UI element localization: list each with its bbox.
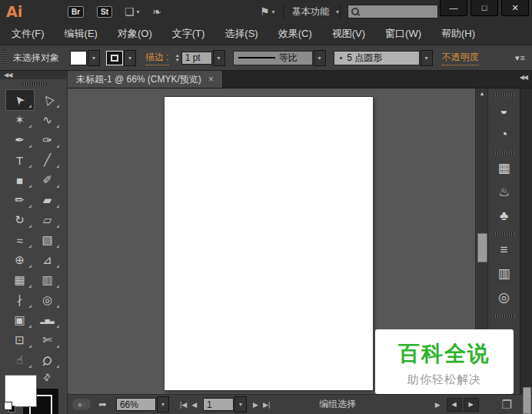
zoom-level-input[interactable]: 66% xyxy=(116,398,156,411)
symbol-sprayer-tool[interactable]: ▣ xyxy=(6,310,34,330)
stroke-panel-link[interactable]: 描边 : xyxy=(145,51,169,65)
hand-tool[interactable]: ☝ xyxy=(6,350,34,370)
fill-color-dropdown[interactable]: ▾ xyxy=(88,50,100,66)
close-button[interactable]: ✕ xyxy=(501,0,529,16)
zoom-tool[interactable]: Ϙ xyxy=(34,350,62,370)
menu-item[interactable]: 窗口(W) xyxy=(375,23,431,45)
perspective-grid-tool[interactable]: ⊿ xyxy=(34,250,62,270)
notifications-button[interactable]: ⚑ ▾ xyxy=(260,0,275,23)
slice-tool[interactable]: ✄ xyxy=(34,330,62,350)
control-panel-menu-icon[interactable]: ▾≡ xyxy=(515,53,526,63)
gradient-tool[interactable]: ▥ xyxy=(34,270,62,290)
rotate-tool[interactable]: ↻ xyxy=(6,210,34,230)
workspace-switcher[interactable]: 基本功能 ▾ xyxy=(292,0,339,23)
artboard-navigation-icon[interactable]: ❐ xyxy=(502,398,512,412)
pencil-tool[interactable]: ✏ xyxy=(6,190,34,210)
shape-builder-tool[interactable]: ⊕ xyxy=(6,250,34,270)
color-guide-panel-icon[interactable]: ◔ xyxy=(488,122,520,146)
color-panel-icon[interactable]: ◒ xyxy=(488,98,520,122)
menu-item[interactable]: 帮助(H) xyxy=(431,23,485,45)
scale-tool[interactable]: ▱ xyxy=(34,210,62,230)
stroke-profile-select[interactable]: 等比 xyxy=(233,51,313,65)
paintbrush-tool[interactable]: ✐ xyxy=(34,170,62,190)
stroke-color-swatch[interactable] xyxy=(106,51,123,65)
blend-tool[interactable]: ◎ xyxy=(34,290,62,310)
arrange-documents-button[interactable]: ❏ ▾ xyxy=(125,0,140,23)
gradient-panel-icon[interactable]: ▥ xyxy=(488,262,520,285)
artboard-number-dropdown[interactable]: ▾ xyxy=(234,396,247,412)
cs-live-button[interactable]: ❧ xyxy=(152,0,161,23)
eraser-tool[interactable]: ▰ xyxy=(34,190,62,210)
menu-item[interactable]: 对象(O) xyxy=(108,23,162,45)
opacity-panel-link[interactable]: 不透明度 xyxy=(442,51,479,65)
tools-collapse-icon[interactable]: ◀◀ xyxy=(4,72,12,78)
next-artboard-button[interactable]: ▶ xyxy=(253,401,258,409)
dock-collapse-icon[interactable]: ◀◀ xyxy=(520,74,527,81)
panel-grip[interactable] xyxy=(21,82,47,85)
stroke-color-dropdown[interactable]: ▾ xyxy=(124,50,136,66)
panel-grip[interactable] xyxy=(494,93,514,97)
scrollbar-thumb[interactable] xyxy=(477,233,487,262)
search-box[interactable] xyxy=(347,5,438,18)
stroke-width-stepper[interactable]: ▲ ▼ xyxy=(175,53,180,62)
symbols-panel-icon[interactable]: ♣ xyxy=(488,204,520,228)
brushes-panel-icon[interactable]: ♨ xyxy=(488,180,520,204)
column-graph-tool[interactable]: ▂▅▃ xyxy=(34,310,62,330)
selection-tool[interactable]: ➤ xyxy=(6,90,34,110)
artboard-number-input[interactable]: 1 xyxy=(203,398,234,411)
pen-tool[interactable]: ✒ xyxy=(6,130,34,150)
width-tool[interactable]: ≈ xyxy=(6,230,34,250)
line-segment-tool[interactable]: ╱ xyxy=(34,150,62,170)
last-artboard-button[interactable]: ▶| xyxy=(263,401,270,409)
stroke-width-dropdown[interactable]: ▾ xyxy=(213,50,225,66)
brush-dropdown[interactable]: ▾ xyxy=(421,50,433,66)
menu-item[interactable]: 选择(S) xyxy=(214,23,268,45)
stroke-panel-icon[interactable]: ≡ xyxy=(488,238,520,262)
dock-scrollbar-thumb[interactable] xyxy=(523,387,531,414)
fill-color-swatch[interactable] xyxy=(70,51,87,65)
bridge-button[interactable]: Br xyxy=(68,0,84,23)
swap-fill-stroke-icon[interactable]: ⇄ xyxy=(41,370,54,383)
first-artboard-button[interactable]: |◀ xyxy=(180,401,187,409)
free-transform-tool[interactable]: ▧ xyxy=(34,230,62,250)
status-panel-arrow[interactable]: ▶ xyxy=(435,401,441,409)
tab-close-icon[interactable]: × xyxy=(208,74,214,85)
stroke-profile-dropdown[interactable]: ▾ xyxy=(314,50,326,66)
menu-item[interactable]: 效果(C) xyxy=(268,23,322,45)
menu-item[interactable]: 文字(T) xyxy=(162,23,215,45)
panel-grip[interactable] xyxy=(494,232,514,236)
document-tab[interactable]: 未标题-1 @ 66% (CMYK/预览) × xyxy=(68,71,223,88)
export-share-icon[interactable]: ➦ xyxy=(98,399,107,410)
direct-selection-tool[interactable]: ▷ xyxy=(34,90,62,110)
stroke-width-input[interactable]: 1 pt xyxy=(181,52,212,65)
swatches-panel-icon[interactable]: ▦ xyxy=(488,156,520,180)
scroll-up-icon[interactable]: ▲ xyxy=(476,91,488,96)
default-fill-stroke-icon[interactable] xyxy=(4,402,16,412)
curvature-pen-tool[interactable]: ✑ xyxy=(34,130,62,150)
maximize-button[interactable]: □ xyxy=(470,0,498,16)
panel-grip[interactable] xyxy=(2,49,7,66)
eyedropper-tool[interactable]: ∤ xyxy=(6,290,34,310)
zoom-level-dropdown[interactable]: ▾ xyxy=(157,396,169,412)
lasso-tool[interactable]: ∿ xyxy=(34,110,62,130)
menu-item[interactable]: 视图(V) xyxy=(322,23,375,45)
type-tool[interactable]: T xyxy=(6,150,34,170)
scroll-tabs-left-button[interactable]: ◀ xyxy=(447,398,462,412)
artboard[interactable] xyxy=(165,97,373,390)
rectangle-tool[interactable]: ■ xyxy=(6,170,34,190)
search-input[interactable] xyxy=(362,6,434,17)
magic-wand-tool[interactable]: ✶ xyxy=(6,110,34,130)
menu-item[interactable]: 编辑(E) xyxy=(55,23,108,45)
minimize-button[interactable]: — xyxy=(440,0,467,16)
mesh-tool[interactable]: ▦ xyxy=(6,270,34,290)
artboard-tool[interactable]: ⊡ xyxy=(6,330,34,350)
stock-button[interactable]: St xyxy=(97,0,112,23)
preview-toggle-icon[interactable]: ◉◦ xyxy=(72,399,91,410)
previous-artboard-button[interactable]: ◀ xyxy=(191,401,197,409)
panel-grip[interactable] xyxy=(494,151,514,155)
menu-item[interactable]: 文件(F) xyxy=(2,23,55,45)
panel-grip[interactable] xyxy=(494,314,514,318)
brush-select[interactable]: • 5 点圆形 xyxy=(334,51,420,65)
transparency-panel-icon[interactable]: ◎ xyxy=(488,285,520,309)
scroll-tabs-right-button[interactable]: ▶ xyxy=(464,398,479,412)
